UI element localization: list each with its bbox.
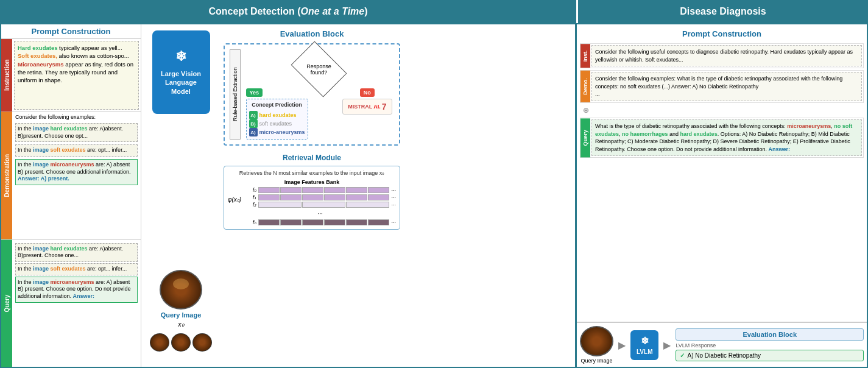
- fn-c2: [280, 219, 302, 225]
- evaluation-block: Evaluation Block Rule-based Extraction R…: [221, 24, 403, 149]
- query-right-content: What is the type of diabetic retinopathy…: [591, 119, 862, 156]
- f1-c1: [258, 194, 280, 200]
- demo-box-3: In the image microaneurysms are: A) abse…: [15, 159, 138, 185]
- f0-c3: [302, 187, 323, 193]
- query-content: In the image hard exudates are: A)absent…: [12, 240, 141, 367]
- demonstration-row: Demonstration Consider the following exa…: [1, 112, 141, 240]
- inst-content: Consider the following useful concepts t…: [591, 45, 862, 66]
- header-concept-detection: Concept Detection (One at a Time): [0, 0, 578, 23]
- right-prompt-title: Prompt Construction: [580, 27, 864, 40]
- query-pre-text: What is the type of diabetic retinopathy…: [595, 123, 787, 129]
- inst-row: Inst. Consider the following useful conc…: [580, 43, 864, 68]
- f2-bar: ···: [258, 202, 396, 208]
- eval-box: Rule-based Extraction Response found?: [224, 43, 400, 146]
- f1-bar: ···: [258, 194, 396, 200]
- feature-row-n: fₙ ···: [244, 219, 396, 225]
- plus-icon: ⊕: [580, 105, 864, 116]
- query-image-label: Query Image: [161, 311, 202, 319]
- f1-label: f₁: [244, 194, 256, 200]
- query-image-section: Query Image x₀: [150, 270, 212, 361]
- query-concept1: microaneurysms: [787, 123, 831, 129]
- demo-right-text: Consider the following examples: What is…: [595, 76, 842, 90]
- microaneurysms-badge: micro-aneurysms: [259, 129, 305, 135]
- demonstration-label: Demonstration: [1, 112, 12, 239]
- yes-badge: Yes: [246, 88, 263, 97]
- f1-dots: ···: [391, 194, 396, 200]
- fn-c1: [258, 219, 280, 225]
- hard-exudates-badge: hard exudates: [259, 112, 297, 118]
- f1-c2: [280, 194, 302, 200]
- feature-bank: Image Features Bank φ(x₀) f₀: [228, 179, 396, 225]
- small-retinal-3: [192, 333, 212, 352]
- instruction-row: Instruction Hard exudates typically appe…: [1, 39, 141, 112]
- small-retinal-2: [171, 333, 191, 352]
- feature-row-2: f₂ ···: [244, 202, 396, 208]
- concept-item-b: B) soft exudates: [249, 119, 305, 128]
- bottom-lvlm-label: LVLM: [637, 349, 652, 355]
- soft-exudates-text: Soft exudates,: [18, 52, 57, 59]
- feature-row-0: f₀ ···: [244, 187, 396, 193]
- query-answer: Answer:: [769, 146, 791, 152]
- q3-text: In the image microaneurysms are: A) abse…: [18, 279, 131, 299]
- query-row: Query In the image hard exudates are: A)…: [1, 240, 141, 367]
- query-label: Query: [1, 240, 12, 367]
- small-retinal-1: [150, 333, 169, 352]
- concept-item-a: A) hard exudates: [249, 111, 305, 119]
- inst-text: Consider the following useful concepts t…: [595, 49, 853, 63]
- feature-display: φ(x₀) f₀: [228, 187, 396, 225]
- query-concept4: hard exudates: [680, 131, 718, 137]
- demo-intro: Consider the following examples:: [15, 114, 138, 120]
- response-question: Response found?: [304, 63, 334, 76]
- q2-text: In the image soft exudates are: opt... i…: [18, 266, 127, 272]
- lvlm-response-label: LVLM Response: [676, 342, 864, 349]
- fn-c5: [346, 219, 367, 225]
- right-rows: Inst. Consider the following useful conc…: [580, 43, 864, 158]
- fn-dots: ···: [391, 219, 396, 225]
- eval-block-title: Evaluation Block: [224, 27, 400, 40]
- bottom-snowflake: ❄: [641, 335, 649, 347]
- instruction-label: Instruction: [1, 39, 12, 111]
- f2-c3: [346, 202, 389, 208]
- fn-label: fₙ: [244, 219, 256, 225]
- phi-label: φ(x₀): [228, 196, 241, 203]
- no-badge: No: [360, 88, 375, 97]
- concept-prediction-box: Concept Prediction A) hard exudates B): [246, 99, 308, 140]
- arrow-to-lvlm: ▶: [618, 339, 626, 351]
- query-image-right: Query Image: [580, 326, 613, 364]
- query-right-row: Query What is the type of diabetic retin…: [580, 118, 864, 158]
- answer-badge: ✓ A) No Diabetic Retinopathy: [676, 350, 864, 361]
- letter-b1: B): [249, 119, 258, 128]
- demo-1-text: In the image hard exudates are: A)absent…: [18, 126, 123, 139]
- query-box-3: In the image microaneurysms are: A) abse…: [15, 277, 138, 303]
- retrieval-box: Retrieves the N most similar examples to…: [224, 166, 400, 230]
- concept-detection-panel: Prompt Construction Instruction Hard exu…: [1, 24, 577, 367]
- feature-ellipsis: ···: [244, 210, 396, 217]
- answer-text: A) No Diabetic Retinopathy: [687, 352, 761, 359]
- retrieval-module: Retrieval Module Retrieves the N most si…: [221, 149, 403, 367]
- q1-text: In the image hard exudates are: A)absent…: [18, 246, 123, 259]
- lvlm-query-column: ❄ Large Vision Language Model Query Imag…: [141, 24, 221, 367]
- header-cd-italic: One at a Time: [301, 6, 365, 17]
- microaneurysms-text: Microaneurysms: [18, 61, 64, 68]
- demo-2-text: In the image soft exudates are: opt... i…: [18, 147, 127, 153]
- no-branch: No MISTRAL AI. 7: [342, 88, 392, 115]
- fn-c3: [302, 219, 323, 225]
- f0-label: f₀: [244, 187, 256, 193]
- mistral-ai: AI.: [373, 104, 381, 110]
- prompt-construction-left: Prompt Construction Instruction Hard exu…: [1, 24, 141, 367]
- mistral-box: MISTRAL AI. 7: [342, 99, 392, 115]
- f1-c5: [346, 194, 367, 200]
- demonstration-content: Consider the following examples: In the …: [12, 112, 141, 239]
- main-container: Concept Detection (One at a Time) Diseas…: [0, 0, 868, 368]
- top-headers: Concept Detection (One at a Time) Diseas…: [0, 0, 868, 23]
- small-images-row: [150, 333, 212, 352]
- f2-dots: ···: [391, 202, 396, 208]
- demo-box-2: In the image soft exudates are: opt... i…: [15, 144, 138, 157]
- f1-c3: [302, 194, 323, 200]
- demo-label-right: Demo.: [580, 71, 590, 102]
- query-label-right: Query: [580, 118, 590, 157]
- soft-exudates-badge: soft exudates: [259, 121, 292, 127]
- f2-c1: [258, 202, 302, 208]
- concept-item-a2: A) micro-aneurysms: [249, 128, 305, 136]
- prompt-rows: Instruction Hard exudates typically appe…: [1, 39, 141, 367]
